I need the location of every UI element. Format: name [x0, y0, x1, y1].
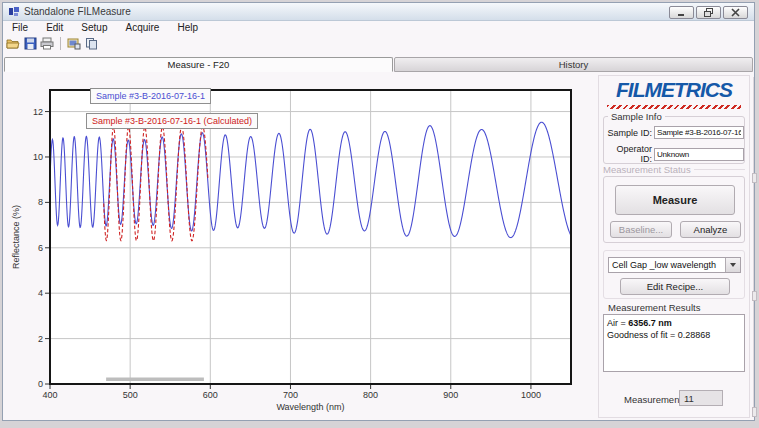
menu-file[interactable]: File	[3, 21, 37, 35]
recipe-group: Cell Gap _low wavelength Edit Recipe...	[603, 250, 745, 299]
export-image-icon[interactable]	[67, 36, 81, 50]
measure-group: Measure Baseline... Analyze	[603, 176, 745, 243]
operator-id-input[interactable]	[654, 148, 744, 161]
sample-info-group: Sample Info Sample ID: Operator ID:	[603, 116, 745, 164]
menu-setup[interactable]: Setup	[72, 21, 116, 35]
measurement-results-box: Air = 6356.7 nm Goodness of fit = 0.2886…	[603, 314, 745, 372]
y-tick-label: 8	[38, 197, 43, 207]
app-window: Standalone FILMeasure	[2, 2, 755, 421]
menu-bar: File Edit Setup Acquire Help	[3, 21, 754, 35]
x-tick-label: 1000	[521, 390, 541, 400]
baseline-button[interactable]: Baseline...	[610, 221, 672, 238]
x-tick-label: 600	[203, 390, 218, 400]
splitter-grip[interactable]	[752, 407, 757, 417]
window-controls	[669, 6, 748, 19]
plot-background	[50, 90, 571, 384]
menu-help[interactable]: Help	[168, 21, 207, 35]
recipe-dropdown-button[interactable]	[725, 258, 740, 272]
sample-info-label: Sample Info	[608, 111, 665, 122]
measurement-results-label: Measurement Results	[605, 302, 703, 313]
x-tick-label: 500	[123, 390, 138, 400]
minimize-button[interactable]	[669, 6, 694, 19]
chevron-down-icon	[730, 263, 736, 267]
toolbar-separator	[60, 37, 61, 50]
logo-hatch-underline	[607, 105, 741, 109]
measurement-number-input[interactable]	[679, 390, 723, 406]
app-icon	[9, 7, 19, 16]
measurement-status-label: Measurement Status	[603, 164, 691, 175]
close-icon	[731, 8, 740, 17]
operator-id-label: Operator ID:	[606, 144, 652, 164]
tab-strip: Measure - F20 History	[3, 57, 754, 72]
result-line-gof: Goodness of fit = 0.28868	[607, 329, 741, 341]
x-tick-label: 400	[42, 390, 57, 400]
y-tick-label: 4	[38, 288, 43, 298]
title-bar: Standalone FILMeasure	[3, 3, 754, 21]
legend-measured: Sample #3-B-2016-07-16-1	[90, 88, 211, 104]
tab-history[interactable]: History	[394, 57, 753, 72]
splitter-grip[interactable]	[752, 291, 757, 301]
print-icon[interactable]	[40, 36, 54, 50]
x-tick-label: 700	[283, 390, 298, 400]
splitter-grip[interactable]	[752, 173, 757, 183]
splitter-line	[753, 77, 754, 417]
menu-edit[interactable]: Edit	[37, 21, 72, 35]
y-tick-label: 12	[33, 107, 43, 117]
result-line-air: Air = 6356.7 nm	[607, 317, 741, 329]
analyze-button[interactable]: Analyze	[680, 221, 741, 238]
minimize-icon	[677, 8, 686, 17]
legend-calculated: Sample #3-B-2016-07-16-1 (Calculated)	[86, 113, 258, 129]
restore-icon	[704, 8, 713, 17]
y-tick-label: 10	[33, 152, 43, 162]
edit-recipe-button[interactable]: Edit Recipe...	[620, 278, 730, 295]
x-tick-label: 900	[443, 390, 458, 400]
measurement-status-row: Measurement Status	[603, 164, 745, 175]
x-tick-label: 800	[363, 390, 378, 400]
screenshot-frame: Standalone FILMeasure	[0, 0, 759, 428]
y-axis-title: Reflectance (%)	[11, 205, 21, 269]
save-icon[interactable]	[23, 36, 37, 50]
open-file-icon[interactable]	[6, 36, 20, 50]
tab-measure-f20[interactable]: Measure - F20	[4, 57, 393, 72]
control-panel: FILMETRICS Sample Info Sample ID: Operat…	[598, 75, 750, 418]
filmetrics-logo: FILMETRICS	[602, 78, 746, 102]
y-tick-label: 6	[38, 243, 43, 253]
measure-button[interactable]: Measure	[615, 185, 735, 215]
close-button[interactable]	[723, 6, 748, 19]
menu-acquire[interactable]: Acquire	[117, 21, 169, 35]
y-tick-label: 2	[38, 334, 43, 344]
sample-id-input[interactable]	[654, 126, 744, 139]
measurement-status-line	[694, 169, 745, 170]
toolbar	[6, 35, 98, 51]
window-title: Standalone FILMeasure	[24, 6, 131, 17]
recipe-dropdown[interactable]: Cell Gap _low wavelength	[608, 257, 741, 273]
y-tick-label: 0	[38, 379, 43, 389]
result-air-value: 6356.7 nm	[628, 318, 672, 328]
restore-button[interactable]	[696, 6, 721, 19]
copy-icon[interactable]	[84, 36, 98, 50]
x-axis-title: Wavelength (nm)	[276, 402, 344, 412]
sample-id-label: Sample ID:	[606, 128, 652, 138]
recipe-dropdown-value: Cell Gap _low wavelength	[609, 260, 725, 270]
fit-range-bar	[106, 378, 204, 382]
panel-splitter[interactable]	[752, 77, 756, 417]
